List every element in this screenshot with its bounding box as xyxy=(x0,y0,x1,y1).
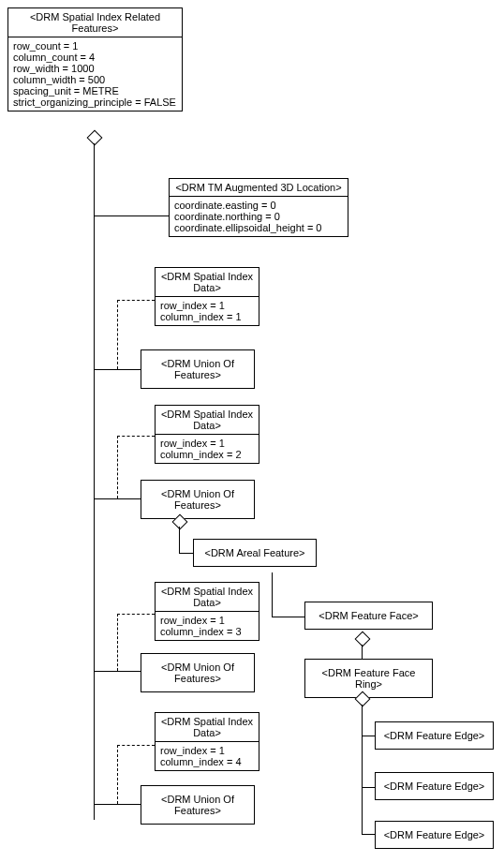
connector xyxy=(362,834,376,835)
sid2-attr: column_index = 2 xyxy=(160,449,254,460)
tm3d-attr: coordinate.northing = 0 xyxy=(174,211,343,222)
dependency xyxy=(117,498,141,499)
sid4-class: <DRM Spatial Index Data> row_index = 1 c… xyxy=(155,712,259,771)
areal-title: <DRM Areal Feature> xyxy=(194,540,316,566)
uof4-title: <DRM Union Of Features> xyxy=(141,786,254,824)
connector xyxy=(94,143,95,820)
dependency xyxy=(117,671,141,672)
sid3-title: <DRM Spatial Index Data> xyxy=(156,583,259,612)
sid1-attr: column_index = 1 xyxy=(160,311,254,322)
face-title: <DRM Feature Face> xyxy=(305,602,432,629)
edge2-title: <DRM Feature Edge> xyxy=(376,773,493,799)
tm3d-title: <DRM TM Augmented 3D Location> xyxy=(170,179,348,197)
tm3d-attr: coordinate.ellipsoidal_height = 0 xyxy=(174,222,343,233)
root-title: <DRM Spatial Index Related Features> xyxy=(8,8,182,37)
edge1-title: <DRM Feature Edge> xyxy=(376,722,493,749)
sid4-attr: row_index = 1 xyxy=(160,745,254,756)
tm3d-class: <DRM TM Augmented 3D Location> coordinat… xyxy=(169,178,348,237)
connector xyxy=(362,736,376,736)
sid2-title: <DRM Spatial Index Data> xyxy=(156,406,259,435)
ring-class: <DRM Feature Face Ring> xyxy=(304,659,433,698)
dependency xyxy=(117,369,141,370)
dependency xyxy=(117,804,141,805)
connector xyxy=(179,553,193,554)
areal-class: <DRM Areal Feature> xyxy=(193,539,317,567)
sid4-title: <DRM Spatial Index Data> xyxy=(156,713,259,742)
tm3d-body: coordinate.easting = 0 coordinate.northi… xyxy=(170,197,348,236)
dependency xyxy=(117,436,118,498)
uof1-class: <DRM Union Of Features> xyxy=(141,349,255,389)
edge3-class: <DRM Feature Edge> xyxy=(375,821,494,849)
connector xyxy=(94,216,169,216)
root-attr: strict_organizing_principle = FALSE xyxy=(13,97,177,108)
uof3-title: <DRM Union Of Features> xyxy=(141,654,254,691)
uof1-title: <DRM Union Of Features> xyxy=(141,350,254,388)
sid1-class: <DRM Spatial Index Data> row_index = 1 c… xyxy=(155,267,259,326)
connector xyxy=(179,527,180,553)
dependency xyxy=(117,300,155,301)
edge3-title: <DRM Feature Edge> xyxy=(376,822,493,848)
dependency xyxy=(117,745,118,804)
connector xyxy=(272,617,304,617)
face-class: <DRM Feature Face> xyxy=(304,602,433,630)
uof3-class: <DRM Union Of Features> xyxy=(141,653,255,692)
uof4-class: <DRM Union Of Features> xyxy=(141,785,255,825)
edge1-class: <DRM Feature Edge> xyxy=(375,721,494,750)
connector xyxy=(362,645,363,659)
aggregation-diamond xyxy=(87,130,103,146)
dependency xyxy=(117,614,155,615)
sid3-attr: column_index = 3 xyxy=(160,626,254,637)
ring-title: <DRM Feature Face Ring> xyxy=(305,660,432,697)
sid2-class: <DRM Spatial Index Data> row_index = 1 c… xyxy=(155,405,259,464)
connector xyxy=(362,787,376,788)
sid1-title: <DRM Spatial Index Data> xyxy=(156,268,259,297)
sid3-body: row_index = 1 column_index = 3 xyxy=(156,612,259,640)
root-body: row_count = 1 column_count = 4 row_width… xyxy=(8,37,182,111)
aggregation-diamond xyxy=(355,632,371,647)
dependency xyxy=(117,300,118,369)
uof2-title: <DRM Union Of Features> xyxy=(141,481,254,518)
dependency xyxy=(117,436,155,437)
connector xyxy=(362,705,363,834)
dependency xyxy=(117,614,118,671)
sid4-body: row_index = 1 column_index = 4 xyxy=(156,742,259,770)
root-attr: row_width = 1000 xyxy=(13,63,177,74)
uof2-class: <DRM Union Of Features> xyxy=(141,480,255,519)
sid2-body: row_index = 1 column_index = 2 xyxy=(156,435,259,463)
root-attr: column_count = 4 xyxy=(13,52,177,63)
sid3-class: <DRM Spatial Index Data> row_index = 1 c… xyxy=(155,582,259,641)
sid3-attr: row_index = 1 xyxy=(160,615,254,626)
sid4-attr: column_index = 4 xyxy=(160,756,254,767)
root-class: <DRM Spatial Index Related Features> row… xyxy=(7,7,183,111)
dependency xyxy=(117,745,155,746)
sid2-attr: row_index = 1 xyxy=(160,438,254,449)
root-attr: spacing_unit = METRE xyxy=(13,85,177,97)
tm3d-attr: coordinate.easting = 0 xyxy=(174,200,343,211)
edge2-class: <DRM Feature Edge> xyxy=(375,772,494,800)
root-attr: row_count = 1 xyxy=(13,40,177,52)
connector xyxy=(272,572,273,617)
root-attr: column_width = 500 xyxy=(13,74,177,85)
sid1-attr: row_index = 1 xyxy=(160,300,254,311)
sid1-body: row_index = 1 column_index = 1 xyxy=(156,297,259,325)
